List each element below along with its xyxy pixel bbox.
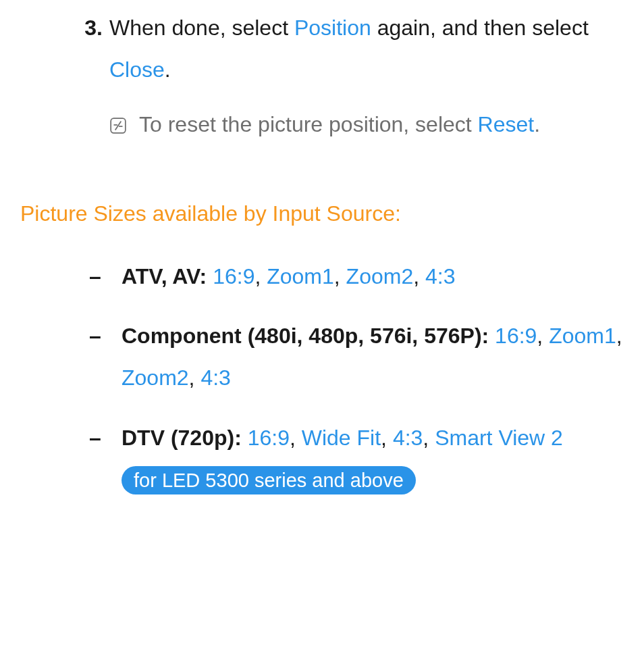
source-component: – Component (480i, 480p, 576i, 576P): 16… — [89, 315, 624, 399]
keyword-reset: Reset — [478, 112, 535, 136]
source-atv-av: – ATV, AV: 16:9, Zoom1, Zoom2, 4:3 — [89, 255, 624, 297]
section-title: Picture Sizes available by Input Source: — [20, 193, 624, 234]
dash-icon: – — [89, 417, 122, 501]
dash-icon: – — [89, 255, 122, 297]
note-text-a: To reset the picture position, select — [139, 112, 478, 136]
sep: , — [334, 264, 346, 288]
manual-page: 3. When done, select Position again, and… — [0, 0, 644, 532]
size-16-9: 16:9 — [213, 264, 254, 288]
size-4-3: 4:3 — [393, 426, 423, 450]
model-badge: for LED 5300 series and above — [122, 466, 416, 494]
size-16-9: 16:9 — [248, 426, 290, 450]
source-body: DTV (720p): 16:9, Wide Fit, 4:3, Smart V… — [122, 417, 624, 501]
sep: , — [189, 365, 201, 390]
keyword-close: Close — [109, 57, 165, 82]
source-dtv: – DTV (720p): 16:9, Wide Fit, 4:3, Smart… — [89, 417, 624, 501]
source-body: ATV, AV: 16:9, Zoom1, Zoom2, 4:3 — [122, 255, 455, 297]
size-zoom2: Zoom2 — [122, 365, 189, 390]
keyword-position: Position — [294, 16, 371, 40]
step-3: 3. When done, select Position again, and… — [68, 7, 624, 91]
note-text-b: . — [534, 112, 540, 136]
source-label: DTV (720p): — [122, 426, 248, 450]
sep: , — [254, 264, 267, 288]
sep: , — [290, 426, 302, 450]
note-icon — [109, 103, 139, 145]
sep: , — [616, 324, 622, 348]
dash-icon: – — [89, 315, 122, 399]
sep: , — [537, 324, 549, 348]
source-label: ATV, AV: — [122, 264, 213, 288]
size-zoom1: Zoom1 — [267, 264, 334, 288]
step-text-b: again, and then select — [371, 16, 589, 40]
size-zoom2: Zoom2 — [346, 264, 414, 288]
size-16-9: 16:9 — [495, 324, 537, 348]
note-body: To reset the picture position, select Re… — [139, 103, 540, 145]
note: To reset the picture position, select Re… — [109, 103, 624, 145]
source-list: – ATV, AV: 16:9, Zoom1, Zoom2, 4:3 – Com… — [89, 255, 624, 501]
sep: , — [423, 426, 435, 450]
size-zoom1: Zoom1 — [549, 324, 616, 348]
size-smart-view-2: Smart View 2 — [435, 426, 563, 450]
size-4-3: 4:3 — [425, 264, 455, 288]
source-label: Component (480i, 480p, 576i, 576P): — [122, 324, 495, 348]
sep: , — [381, 426, 393, 450]
step-text-a: When done, select — [109, 16, 294, 40]
size-4-3: 4:3 — [200, 365, 230, 390]
step-text-c: . — [165, 57, 171, 82]
step-body: When done, select Position again, and th… — [109, 7, 609, 91]
source-body: Component (480i, 480p, 576i, 576P): 16:9… — [122, 315, 624, 399]
step-number: 3. — [68, 7, 109, 91]
sep: , — [413, 264, 425, 288]
size-wide-fit: Wide Fit — [302, 426, 381, 450]
